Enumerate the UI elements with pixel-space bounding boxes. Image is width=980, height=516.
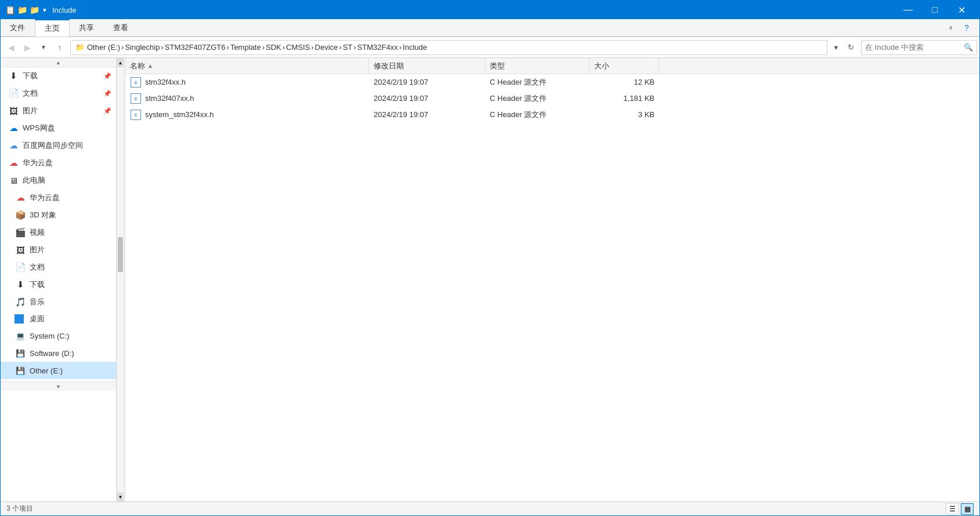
list-view-icon: ☰ bbox=[949, 505, 956, 513]
sidebar-item-drive-d[interactable]: 💾 Software (D:) bbox=[1, 344, 116, 362]
col-header-date[interactable]: 修改日期 bbox=[369, 58, 485, 74]
tab-share[interactable]: 共享 bbox=[70, 19, 104, 37]
column-headers: 名称 ▲ 修改日期 类型 大小 bbox=[125, 58, 979, 74]
baidu-icon: ☁ bbox=[8, 140, 19, 151]
sidebar-item-baidu[interactable]: ☁ 百度网盘同步空间 bbox=[1, 137, 116, 154]
sidebar-scrollbar-up-btn[interactable]: ▲ bbox=[117, 58, 124, 67]
sidebar-item-huawei-cloud[interactable]: ☁ 华为云盘 bbox=[1, 189, 116, 206]
file-list: c stm32f4xx.h 2024/2/19 19:07 C Header 源… bbox=[125, 74, 979, 502]
breadcrumb-stm32: STM32F407ZGT6 › bbox=[165, 43, 230, 52]
sidebar-item-drive-c[interactable]: 💻 System (C:) bbox=[1, 327, 116, 344]
sidebar: ▲ ⬇ 下载 📌 📄 文档 📌 🖼 图片 📌 bbox=[1, 58, 117, 502]
table-row[interactable]: c system_stm32f4xx.h 2024/2/19 19:07 C H… bbox=[125, 107, 979, 123]
title-bar-controls: — □ ✕ bbox=[895, 1, 975, 19]
back-button[interactable]: ◀ bbox=[3, 39, 19, 56]
title-bar: 📋 📁 📁 ▼ Include — □ ✕ bbox=[1, 1, 979, 19]
ribbon-tabs: 文件 主页 共享 查看 ∧ ? bbox=[1, 19, 979, 37]
address-bar-area: ◀ ▶ ▼ ↑ 📁 Other (E:) › Singlechip › STM3… bbox=[1, 37, 979, 58]
sidebar-scrollbar: ▲ ▼ bbox=[117, 58, 124, 502]
minimize-button[interactable]: — bbox=[895, 1, 921, 19]
ribbon: 文件 主页 共享 查看 ∧ ? bbox=[1, 19, 979, 37]
sidebar-down-arrow-icon: ▼ bbox=[56, 384, 61, 390]
col-header-type[interactable]: 类型 bbox=[485, 58, 590, 74]
explorer-window: 📋 📁 📁 ▼ Include — □ ✕ 文件 主页 共享 查看 bbox=[0, 0, 980, 516]
close-button[interactable]: ✕ bbox=[948, 1, 975, 19]
breadcrumb-singlechip: Singlechip › bbox=[125, 43, 164, 52]
file-name-cell: c stm32f407xx.h bbox=[125, 93, 369, 104]
sidebar-item-videos[interactable]: 🎬 视频 bbox=[1, 224, 116, 241]
main-layout: ▲ ⬇ 下载 📌 📄 文档 📌 🖼 图片 📌 bbox=[1, 58, 979, 502]
table-row[interactable]: c stm32f4xx.h 2024/2/19 19:07 C Header 源… bbox=[125, 74, 979, 90]
tab-view[interactable]: 查看 bbox=[104, 19, 138, 37]
sidebar-scroll-thumb[interactable] bbox=[118, 237, 123, 272]
wps-icon: ☁ bbox=[8, 122, 19, 134]
search-input[interactable] bbox=[865, 43, 964, 52]
docs-icon: 📄 bbox=[8, 88, 19, 99]
col-header-size[interactable]: 大小 bbox=[590, 58, 659, 74]
file-name-cell: c stm32f4xx.h bbox=[125, 77, 369, 88]
breadcrumb-sdk: SDK › bbox=[266, 43, 286, 52]
documents-icon: 📄 bbox=[15, 261, 26, 273]
pictures-icon: 🖼 bbox=[8, 105, 19, 117]
list-view-button[interactable]: ☰ bbox=[946, 503, 959, 515]
sidebar-item-docs[interactable]: 📄 文档 📌 bbox=[1, 85, 116, 102]
sidebar-item-3d[interactable]: 📦 3D 对象 bbox=[1, 206, 116, 224]
address-dropdown-button[interactable]: ▼ bbox=[830, 40, 842, 55]
videos-icon: 🎬 bbox=[15, 227, 26, 238]
music-icon: 🎵 bbox=[15, 296, 26, 308]
sidebar-item-huawei[interactable]: ☁ 华为云盘 bbox=[1, 154, 116, 172]
sidebar-item-pictures[interactable]: 🖼 图片 📌 bbox=[1, 102, 116, 119]
maximize-button[interactable]: □ bbox=[921, 1, 948, 19]
window-title: Include bbox=[52, 6, 895, 14]
downloads-icon: ⬇ bbox=[15, 279, 26, 290]
file-name-cell: c system_stm32f4xx.h bbox=[125, 109, 369, 121]
view-controls: ☰ ▦ bbox=[946, 503, 974, 515]
sidebar-up-arrow-icon: ▲ bbox=[56, 60, 61, 66]
sidebar-container: ▲ ⬇ 下载 📌 📄 文档 📌 🖼 图片 📌 bbox=[1, 58, 125, 502]
sidebar-scroll-track bbox=[117, 67, 124, 492]
help-button[interactable]: ? bbox=[959, 20, 975, 36]
sidebar-item-documents[interactable]: 📄 文档 bbox=[1, 259, 116, 276]
ribbon-chevron-button[interactable]: ∧ bbox=[942, 20, 959, 36]
breadcrumb-device: Device › bbox=[315, 43, 343, 52]
table-row[interactable]: c stm32f407xx.h 2024/2/19 19:07 C Header… bbox=[125, 90, 979, 107]
pin-icon: 📌 bbox=[103, 72, 111, 80]
search-box[interactable]: 🔍 bbox=[861, 40, 977, 55]
huawei-cloud-icon: ☁ bbox=[8, 157, 19, 169]
address-bar[interactable]: 📁 Other (E:) › Singlechip › STM32F407ZGT… bbox=[70, 40, 827, 55]
forward-button[interactable]: ▶ bbox=[19, 39, 35, 56]
sidebar-item-wps[interactable]: ☁ WPS网盘 bbox=[1, 119, 116, 137]
desktop-icon bbox=[15, 314, 24, 324]
breadcrumb-st: ST › bbox=[343, 43, 357, 52]
sort-arrow-icon: ▲ bbox=[147, 63, 153, 69]
sidebar-item-downloads[interactable]: ⬇ 下载 bbox=[1, 276, 116, 293]
sidebar-scroll-up-area[interactable]: ▲ bbox=[1, 58, 116, 67]
yellow-folder-icon: 📁 bbox=[30, 5, 39, 14]
drive-d-icon: 💾 bbox=[15, 347, 26, 359]
sidebar-scrollbar-down-btn[interactable]: ▼ bbox=[117, 492, 124, 502]
detail-view-button[interactable]: ▦ bbox=[961, 503, 974, 515]
sidebar-item-download[interactable]: ⬇ 下载 📌 bbox=[1, 67, 116, 85]
file-icon: c bbox=[130, 109, 142, 121]
breadcrumb-stm32f4xx: STM32F4xx › bbox=[357, 43, 403, 52]
detail-view-icon: ▦ bbox=[964, 505, 971, 513]
tab-home[interactable]: 主页 bbox=[35, 19, 70, 37]
download-icon: ⬇ bbox=[8, 70, 19, 82]
dropdown-arrow[interactable]: ▼ bbox=[42, 7, 48, 13]
refresh-button[interactable]: ↻ bbox=[842, 40, 859, 55]
item-count: 3 个项目 bbox=[6, 504, 33, 514]
sidebar-item-music[interactable]: 🎵 音乐 bbox=[1, 293, 116, 311]
col-header-name[interactable]: 名称 ▲ bbox=[125, 58, 369, 74]
sidebar-item-desktop[interactable]: 桌面 bbox=[1, 311, 116, 327]
sidebar-item-drive-e[interactable]: 💾 Other (E:) bbox=[1, 362, 116, 379]
tab-file[interactable]: 文件 bbox=[1, 19, 35, 37]
up-button[interactable]: ↑ bbox=[52, 39, 68, 56]
sidebar-item-thispc[interactable]: 🖥 此电脑 bbox=[1, 172, 116, 189]
folder-breadcrumb-icon: 📁 bbox=[75, 43, 85, 52]
recent-button[interactable]: ▼ bbox=[35, 39, 52, 56]
status-bar: 3 个项目 ☰ ▦ bbox=[1, 502, 979, 515]
file-icon: c bbox=[130, 93, 142, 104]
sidebar-scroll-down-area[interactable]: ▼ bbox=[1, 381, 116, 391]
sidebar-item-pictures2[interactable]: 🖼 图片 bbox=[1, 241, 116, 259]
search-icon[interactable]: 🔍 bbox=[964, 43, 973, 52]
